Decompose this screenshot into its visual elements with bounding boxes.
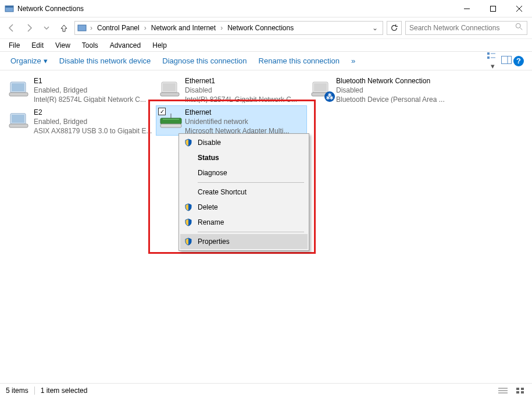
svg-rect-10 <box>487 56 490 59</box>
view-options-button[interactable]: ▾ <box>485 52 499 70</box>
nic-icon <box>6 107 34 134</box>
connection-name: Ethernet1 <box>185 76 306 86</box>
status-selected-count: 1 item selected <box>41 387 88 395</box>
svg-rect-35 <box>521 388 524 390</box>
shield-icon <box>184 203 193 212</box>
menu-view[interactable]: View <box>50 40 76 51</box>
connection-device: Intel(R) 82574L Gigabit Network C... <box>185 95 306 103</box>
connection-ethernet1[interactable]: Ethernet1 Disabled Intel(R) 82574L Gigab… <box>156 74 307 104</box>
preview-pane-button[interactable] <box>499 56 513 66</box>
maximize-button[interactable] <box>480 0 506 17</box>
connection-state: Unidentified network <box>185 117 306 126</box>
minimize-button[interactable] <box>454 0 480 17</box>
connection-device: Bluetooth Device (Personal Area ... <box>336 95 457 103</box>
ctx-delete[interactable]: Delete <box>180 200 308 215</box>
context-menu: Disable Status Diagnose Create Shortcut … <box>178 133 309 251</box>
svg-rect-1 <box>5 6 13 8</box>
back-button[interactable] <box>5 21 19 35</box>
breadcrumb-network-internet[interactable]: Network and Internet <box>150 24 217 32</box>
connection-e1[interactable]: E1 Enabled, Bridged Intel(R) 82574L Giga… <box>5 74 156 104</box>
chevron-right-icon[interactable]: › <box>89 24 94 32</box>
ctx-properties[interactable]: Properties <box>180 234 308 249</box>
address-bar[interactable]: › Control Panel › Network and Internet ›… <box>74 21 383 35</box>
ctx-label: Properties <box>198 238 230 246</box>
help-button[interactable]: ? <box>513 56 527 66</box>
window-title: Network Connections <box>17 5 454 13</box>
navbar: › Control Panel › Network and Internet ›… <box>0 17 532 38</box>
ctx-label: Create Shortcut <box>198 188 247 196</box>
more-commands-button[interactable]: » <box>345 54 361 68</box>
large-icons-view-button[interactable] <box>515 386 526 395</box>
connection-device: ASIX AX88179 USB 3.0 to Gigabit E... <box>34 126 155 134</box>
search-box[interactable] <box>405 21 527 35</box>
ctx-create-shortcut[interactable]: Create Shortcut <box>180 185 308 200</box>
connection-state: Enabled, Bridged <box>34 117 155 126</box>
menu-edit[interactable]: Edit <box>26 40 49 51</box>
shield-icon <box>184 237 193 246</box>
status-separator <box>34 387 35 395</box>
organize-label: Organize <box>10 56 41 65</box>
titlebar: Network Connections <box>0 0 532 17</box>
search-icon[interactable] <box>515 23 523 33</box>
connection-name: E2 <box>34 108 155 117</box>
ctx-separator <box>198 182 304 183</box>
ctx-rename[interactable]: Rename <box>180 215 308 230</box>
ctx-diagnose[interactable]: Diagnose <box>180 165 308 180</box>
svg-rect-22 <box>314 83 327 91</box>
bridge-icon: ✓ <box>157 107 185 134</box>
svg-rect-16 <box>12 83 24 91</box>
chevron-down-icon: ▾ <box>44 56 48 65</box>
svg-point-7 <box>516 23 520 28</box>
connection-state: Disabled <box>336 86 457 95</box>
chevron-right-icon[interactable]: › <box>143 24 148 32</box>
selection-checkbox[interactable]: ✓ <box>158 108 166 115</box>
connection-state: Enabled, Bridged <box>34 86 155 95</box>
svg-rect-20 <box>160 93 179 96</box>
bluetooth-badge-icon: ⁂ <box>324 91 335 102</box>
ctx-label: Diagnose <box>198 169 227 177</box>
ctx-label: Status <box>198 154 219 162</box>
details-view-button[interactable] <box>497 386 509 395</box>
svg-line-8 <box>520 28 523 30</box>
window-icon <box>5 4 14 13</box>
help-icon: ? <box>513 56 524 66</box>
ctx-status[interactable]: Status <box>180 150 308 165</box>
connection-bluetooth[interactable]: ⁂ Bluetooth Network Connection Disabled … <box>307 74 458 104</box>
forward-button[interactable] <box>22 21 36 35</box>
refresh-button[interactable] <box>387 21 402 35</box>
nic-icon: ⁂ <box>308 75 336 103</box>
organize-button[interactable]: Organize ▾ <box>5 54 53 68</box>
svg-rect-17 <box>9 93 28 96</box>
up-button[interactable] <box>57 21 71 35</box>
menu-tools[interactable]: Tools <box>77 40 103 51</box>
breadcrumb-control-panel[interactable]: Control Panel <box>96 24 141 32</box>
disable-device-button[interactable]: Disable this network device <box>53 54 157 68</box>
menu-file[interactable]: File <box>3 40 25 51</box>
rename-button[interactable]: Rename this connection <box>253 54 345 68</box>
svg-rect-37 <box>521 391 524 394</box>
ctx-separator <box>198 232 304 232</box>
search-input[interactable] <box>409 24 515 32</box>
connection-name: E1 <box>34 76 155 86</box>
menu-advanced[interactable]: Advanced <box>105 40 146 51</box>
breadcrumb-network-connections[interactable]: Network Connections <box>226 24 295 32</box>
svg-rect-28 <box>160 124 181 127</box>
close-button[interactable] <box>506 0 532 17</box>
diagnose-button[interactable]: Diagnose this connection <box>156 54 252 68</box>
connection-name: Ethernet <box>185 108 306 117</box>
address-dropdown[interactable]: ⌄ <box>370 24 380 32</box>
svg-rect-3 <box>490 6 495 11</box>
nic-icon <box>6 75 34 103</box>
command-bar: Organize ▾ Disable this network device D… <box>0 51 532 70</box>
connection-ethernet[interactable]: ✓ Ethernet Unidentified network Microsof… <box>156 105 307 136</box>
ctx-disable[interactable]: Disable <box>180 135 308 150</box>
shield-icon <box>184 218 193 227</box>
svg-rect-25 <box>12 115 24 123</box>
connection-e2[interactable]: E2 Enabled, Bridged ASIX AX88179 USB 3.0… <box>5 105 156 136</box>
svg-rect-26 <box>9 124 28 127</box>
address-icon <box>77 23 87 33</box>
recent-dropdown[interactable] <box>40 21 53 35</box>
chevron-right-icon[interactable]: › <box>219 24 224 32</box>
connection-name: Bluetooth Network Connection <box>336 76 457 86</box>
menu-help[interactable]: Help <box>147 40 172 51</box>
